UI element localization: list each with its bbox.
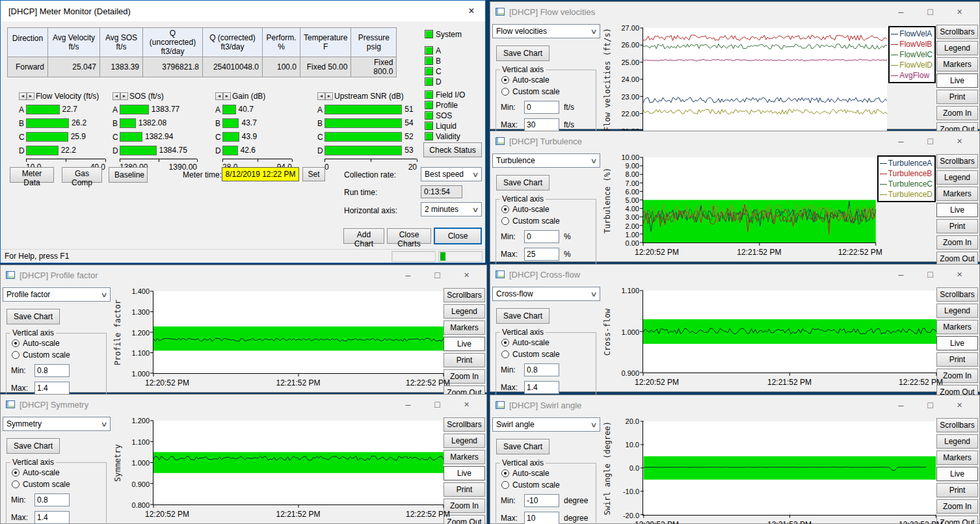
close-button[interactable]: Close xyxy=(434,228,482,244)
spinner-left-icon[interactable]: ◄ xyxy=(19,92,27,100)
minimize-icon[interactable]: – xyxy=(886,7,916,17)
maximize-icon[interactable]: □ xyxy=(423,399,452,410)
max-input[interactable] xyxy=(524,512,559,524)
print-button[interactable]: Print xyxy=(936,219,978,233)
legend-button[interactable]: Legend xyxy=(936,434,978,449)
meter-time-field[interactable] xyxy=(222,167,299,181)
max-input[interactable] xyxy=(34,382,70,395)
close-icon[interactable]: × xyxy=(464,5,479,17)
min-input[interactable] xyxy=(524,101,559,114)
minimize-icon[interactable]: – xyxy=(886,400,916,410)
print-button[interactable]: Print xyxy=(444,353,485,367)
baseline-button[interactable]: Baseline xyxy=(109,167,148,183)
spinner-right-icon[interactable]: ► xyxy=(223,92,231,100)
chart-type-select[interactable]: Cross-flow ∨ xyxy=(492,287,600,301)
horizontal-axis-select[interactable]: 2 minutes ∨ xyxy=(421,202,482,216)
spinner-left-icon[interactable]: ◄ xyxy=(113,92,120,100)
spinner-right-icon[interactable]: ► xyxy=(27,92,34,100)
scrollbars-button[interactable]: Scrollbars xyxy=(936,418,978,432)
save-chart-button[interactable]: Save Chart xyxy=(7,438,60,454)
table-header-cell[interactable]: Pressurepsig xyxy=(351,28,397,57)
chart-type-select[interactable]: Profile factor ∨ xyxy=(3,287,111,302)
window-titlebar[interactable]: [DHCP] Flow velocities – □ × xyxy=(490,2,979,21)
close-icon[interactable]: × xyxy=(945,400,974,410)
legend-button[interactable]: Legend xyxy=(444,434,485,448)
spinner-right-icon[interactable]: ► xyxy=(325,92,333,100)
max-input[interactable] xyxy=(524,118,559,131)
auto-scale-radio[interactable]: Auto-scale xyxy=(12,339,106,348)
save-chart-button[interactable]: Save Chart xyxy=(496,308,550,324)
max-input[interactable] xyxy=(524,248,559,261)
window-titlebar[interactable]: [DHCP] Turbulence – □ × xyxy=(490,131,979,151)
max-input[interactable] xyxy=(34,511,70,524)
table-header-cell[interactable]: Avg SOSft/s xyxy=(100,28,143,57)
minimize-icon[interactable]: – xyxy=(886,136,916,146)
zoom-in-button[interactable]: Zoom In xyxy=(936,106,978,120)
markers-button[interactable]: Markers xyxy=(444,450,485,464)
minimize-icon[interactable]: – xyxy=(393,399,423,410)
table-header-cell[interactable]: Perform.% xyxy=(263,28,300,57)
table-header-cell[interactable]: Avg Velocityft/s xyxy=(48,28,100,57)
spinner-left-icon[interactable]: ◄ xyxy=(215,92,223,100)
custom-scale-radio[interactable]: Custom scale xyxy=(501,216,596,226)
live-button[interactable]: Live xyxy=(936,336,978,350)
close-icon[interactable]: × xyxy=(452,270,481,280)
spinner-left-icon[interactable]: ◄ xyxy=(317,92,325,100)
markers-button[interactable]: Markers xyxy=(444,321,485,335)
minimize-icon[interactable]: – xyxy=(886,269,916,280)
close-icon[interactable]: × xyxy=(945,7,974,17)
min-input[interactable] xyxy=(524,363,559,376)
table-header-cell[interactable]: Direction xyxy=(8,28,48,57)
markers-button[interactable]: Markers xyxy=(936,57,978,72)
window-titlebar[interactable]: [DHCP] Cross-flow – □ × xyxy=(490,265,979,284)
save-chart-button[interactable]: Save Chart xyxy=(496,46,550,61)
save-chart-button[interactable]: Save Chart xyxy=(7,309,60,324)
zoom-in-button[interactable]: Zoom In xyxy=(936,235,978,250)
chart-type-select[interactable]: Flow velocities ∨ xyxy=(492,24,600,38)
markers-button[interactable]: Markers xyxy=(936,451,978,465)
save-chart-button[interactable]: Save Chart xyxy=(496,175,550,190)
table-header-cell[interactable]: TemperatureF xyxy=(300,28,351,57)
live-button[interactable]: Live xyxy=(936,467,978,481)
print-button[interactable]: Print xyxy=(444,482,485,497)
live-button[interactable]: Live xyxy=(444,337,485,351)
maximize-icon[interactable]: □ xyxy=(916,269,945,280)
min-input[interactable] xyxy=(34,364,70,377)
chart-type-select[interactable]: Symmetry ∨ xyxy=(3,417,111,431)
legend-button[interactable]: Legend xyxy=(936,304,978,318)
collection-rate-select[interactable]: Best speed ∨ xyxy=(421,167,482,181)
maximize-icon[interactable]: □ xyxy=(423,270,452,280)
live-button[interactable]: Live xyxy=(936,203,978,217)
save-chart-button[interactable]: Save Chart xyxy=(496,439,550,454)
chart-type-select[interactable]: Turbulence ∨ xyxy=(492,153,600,168)
auto-scale-radio[interactable]: Auto-scale xyxy=(501,75,596,85)
window-titlebar[interactable]: [DHCP] Meter Monitor (Detailed) × xyxy=(1,1,485,21)
scrollbars-button[interactable]: Scrollbars xyxy=(936,25,978,39)
chart-type-select[interactable]: Swirl angle ∨ xyxy=(492,417,600,432)
max-input[interactable] xyxy=(524,381,559,394)
table-header-cell[interactable]: Q (corrected)ft3/day xyxy=(203,28,263,57)
print-button[interactable]: Print xyxy=(936,483,978,497)
close-charts-button[interactable]: Close Charts xyxy=(387,228,431,244)
custom-scale-radio[interactable]: Custom scale xyxy=(501,350,596,359)
auto-scale-radio[interactable]: Auto-scale xyxy=(501,205,596,214)
close-icon[interactable]: × xyxy=(945,269,974,280)
scrollbars-button[interactable]: Scrollbars xyxy=(444,288,485,302)
markers-button[interactable]: Markers xyxy=(936,320,978,334)
legend-button[interactable]: Legend xyxy=(444,304,485,319)
custom-scale-radio[interactable]: Custom scale xyxy=(12,350,106,360)
close-icon[interactable]: × xyxy=(452,399,481,410)
window-titlebar[interactable]: [DHCP] Symmetry – □ × xyxy=(1,395,486,414)
gas-comp-button[interactable]: Gas Comp xyxy=(62,167,102,183)
window-titlebar[interactable]: [DHCP] Profile factor – □ × xyxy=(1,265,486,285)
window-titlebar[interactable]: [DHCP] Swirl angle – □ × xyxy=(490,395,979,415)
auto-scale-radio[interactable]: Auto-scale xyxy=(501,469,596,478)
min-input[interactable] xyxy=(524,230,559,243)
live-button[interactable]: Live xyxy=(936,73,978,88)
custom-scale-radio[interactable]: Custom scale xyxy=(501,480,596,490)
maximize-icon[interactable]: □ xyxy=(916,400,945,410)
close-icon[interactable]: × xyxy=(945,136,974,146)
add-chart-button[interactable]: Add Chart xyxy=(343,228,384,244)
meter-data-button[interactable]: Meter Data xyxy=(10,167,54,183)
legend-button[interactable]: Legend xyxy=(936,41,978,55)
